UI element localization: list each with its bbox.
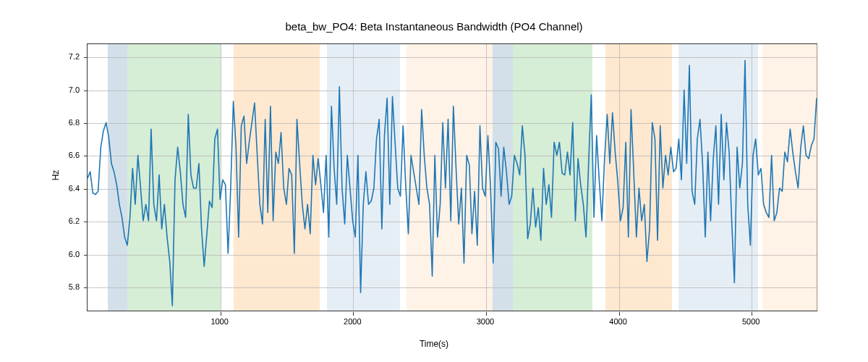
xtick-mark [353, 312, 354, 316]
ytick-label: 5.8 [51, 282, 80, 291]
xtick-mark [619, 312, 620, 316]
line-layer [88, 44, 817, 311]
xtick-label: 2000 [344, 317, 361, 326]
xtick-label: 1000 [210, 317, 228, 326]
plot-area [87, 43, 817, 311]
chart-title: beta_bw_PO4: Beta Instantaneous Bandwidt… [285, 20, 582, 33]
ytick-label: 6.4 [51, 184, 80, 193]
ytick-label: 6.0 [51, 250, 80, 258]
xtick-label: 3000 [477, 317, 494, 326]
ytick-label: 7.2 [51, 52, 80, 61]
xtick-label: 4000 [609, 317, 626, 326]
xtick-mark [486, 312, 487, 316]
ytick-label: 6.6 [51, 151, 80, 159]
xtick-mark [752, 312, 752, 316]
data-series-line [88, 61, 817, 306]
chart-container [87, 43, 817, 311]
ytick-label: 6.2 [51, 216, 80, 225]
x-axis-label: Time(s) [420, 339, 448, 349]
y-axis-label: Hz [51, 170, 61, 181]
xtick-mark [221, 312, 221, 316]
ytick-label: 7.0 [51, 85, 80, 94]
xtick-label: 5000 [742, 317, 760, 326]
ytick-label: 6.8 [51, 118, 80, 127]
